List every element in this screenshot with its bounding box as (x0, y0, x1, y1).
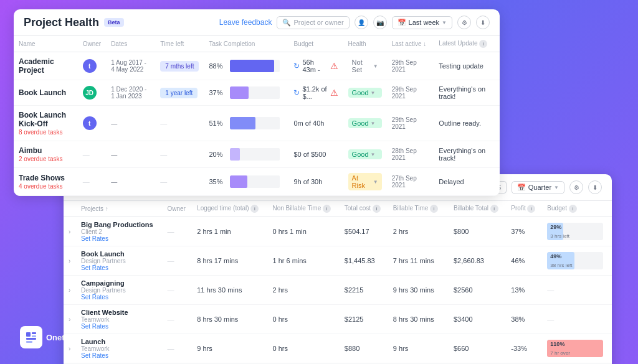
user-icon[interactable]: 👤 (355, 16, 368, 29)
non-billable-cell: 0 hrs (267, 305, 339, 334)
owner-cell: t (78, 52, 106, 80)
total-cost-cell: $880 (340, 334, 388, 363)
chevron-down-icon-2: ▼ (554, 185, 559, 190)
health-search-box[interactable]: 🔍 Project or owner (277, 16, 349, 29)
dates-cell: — (106, 168, 155, 196)
set-rates-link[interactable]: Set Rates (81, 323, 157, 330)
info-icon-cost[interactable]: i (373, 205, 381, 213)
info-icon-budget[interactable]: i (569, 205, 577, 213)
proj-name-cell: Client Website Teamwork Set Rates (76, 305, 162, 334)
billable-time-cell: 8 hrs 30 mins (388, 305, 449, 334)
health-chevron-icon[interactable]: ▼ (373, 63, 378, 69)
health-chevron-icon[interactable]: ▼ (371, 121, 376, 126)
latest-update-cell: Outline ready. (434, 106, 500, 141)
logged-time-cell: 8 hrs 17 mins (192, 246, 267, 276)
non-billable-cell: 0 hrs (267, 334, 339, 363)
col-owner: Owner (78, 36, 106, 52)
task-completion-cell: 51% (204, 106, 288, 141)
budget-cell: 9h of 30h (288, 168, 343, 196)
expand-row-btn[interactable]: › (69, 228, 70, 235)
proj-name-cell: Book Launch Design Partners Set Rates (76, 246, 162, 276)
expand-btn-cell[interactable]: › (64, 305, 76, 334)
logged-time-cell: 2 hrs 1 min (192, 217, 267, 246)
expand-row-btn[interactable]: › (69, 316, 70, 323)
leave-feedback-link[interactable]: Leave feedback (219, 18, 272, 27)
download-icon[interactable]: ⬇ (476, 16, 490, 29)
dates-cell: — (106, 141, 155, 168)
non-billable-cell: 1 hr 6 mins (267, 246, 339, 276)
time-left-cell: — (155, 106, 204, 141)
profit-table-row: › Campaigning Design Partners Set Rates … (64, 276, 612, 305)
set-rates-link[interactable]: Set Rates (81, 235, 157, 242)
profit-filter-icon[interactable]: ⚙ (569, 180, 583, 194)
health-chevron-icon[interactable]: ▼ (373, 179, 378, 185)
expand-row-btn[interactable]: › (69, 258, 70, 264)
budget-cell: ↻ $1.2k of $... ⚠ (288, 80, 343, 106)
expand-btn-cell[interactable]: › (64, 334, 76, 363)
quarter-filter-btn[interactable]: 📅 Quarter ▼ (512, 181, 564, 194)
task-bar (230, 117, 280, 129)
set-rates-link[interactable]: Set Rates (81, 264, 157, 271)
expand-btn-cell[interactable]: › (64, 276, 76, 305)
project-name-cell: Academic Project (14, 52, 78, 80)
non-billable-cell: 0 hrs 1 min (267, 217, 339, 246)
date-filter-btn[interactable]: 📅 Last week ▼ (392, 16, 452, 29)
svg-rect-3 (26, 338, 36, 340)
expand-btn-cell[interactable]: › (64, 246, 76, 276)
total-cost-cell: $504.17 (340, 217, 388, 246)
profit-table-row: › Client Website Teamwork Set Rates — 8 … (64, 305, 612, 334)
budget-bar-cell: 110% 7 hr over (542, 334, 612, 363)
billable-time-cell: 9 hrs 30 mins (388, 276, 449, 305)
expand-row-btn[interactable]: › (69, 287, 70, 294)
health-table-row: Academic Project t 1 Aug 2017 - 4 May 20… (14, 52, 500, 80)
project-name-cell: Aimbu2 overdue tasks (14, 141, 78, 168)
owner-cell: — (78, 141, 106, 168)
budget-cell: 0m of 40h (288, 106, 343, 141)
expand-btn-cell[interactable]: › (64, 217, 76, 246)
health-chevron-icon[interactable]: ▼ (371, 90, 376, 96)
dates-cell: — (106, 106, 155, 141)
svg-rect-1 (32, 332, 36, 334)
total-cost-cell: $1,445.83 (340, 246, 388, 276)
col-dates: Dates (106, 36, 155, 52)
info-icon-nonbill[interactable]: i (323, 205, 331, 213)
info-icon-logged[interactable]: i (250, 205, 259, 213)
logged-time-cell: 11 hrs 30 mins (192, 276, 267, 305)
pcol-billtime: Billable Time i (388, 201, 449, 217)
video-icon[interactable]: 📷 (373, 16, 387, 29)
budget-bar-cell: — (542, 305, 612, 334)
time-left-cell: — (155, 168, 204, 196)
date-filter-label: Last week (409, 19, 440, 26)
profit-pct-cell: 46% (506, 246, 542, 276)
expand-row-btn[interactable]: › (69, 345, 70, 352)
calendar-icon: 📅 (398, 19, 406, 27)
health-cell: Good ▼ (343, 106, 387, 141)
task-completion-cell: 20% (204, 141, 288, 168)
set-rates-link[interactable]: Set Rates (81, 352, 157, 359)
col-task-completion: Task Completion (204, 36, 288, 52)
health-cell: Good ▼ (343, 80, 387, 106)
info-icon[interactable]: i (479, 40, 487, 48)
owner-cell: JD (78, 80, 106, 106)
proj-owner-cell: — (162, 334, 192, 363)
pcol-budget: Budget i (542, 201, 612, 217)
info-icon-billtime[interactable]: i (430, 205, 438, 213)
filter-icon[interactable]: ⚙ (457, 16, 471, 29)
logo-box (20, 326, 42, 348)
health-cell: Not Set ▼ (343, 52, 387, 80)
billable-total-cell: $800 (449, 217, 506, 246)
col-latest-update: Latest Update i (434, 36, 500, 52)
info-icon-billtotal[interactable]: i (490, 205, 498, 213)
logged-time-cell: 9 hrs (192, 334, 267, 363)
profit-pct-cell: -33% (506, 334, 542, 363)
project-health-panel: Project Health Beta Leave feedback 🔍 Pro… (14, 9, 500, 196)
pcol-logged: Logged time (total) i (192, 201, 267, 217)
health-chevron-icon[interactable]: ▼ (371, 152, 376, 157)
profit-download-icon[interactable]: ⬇ (588, 180, 602, 194)
billable-total-cell: $2,660.83 (449, 246, 506, 276)
set-rates-link[interactable]: Set Rates (81, 294, 157, 301)
profit-pct-cell: 38% (506, 305, 542, 334)
col-time-left: Time left (155, 36, 204, 52)
svg-rect-0 (26, 332, 31, 337)
info-icon-profit[interactable]: i (527, 205, 535, 213)
